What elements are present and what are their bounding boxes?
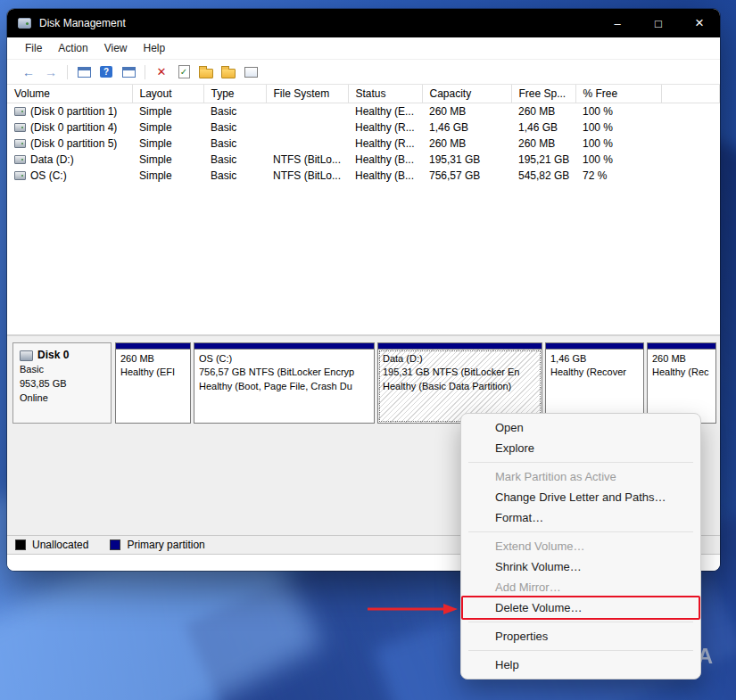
column-header-status[interactable]: Status [348, 85, 422, 103]
disk-icon [20, 350, 33, 361]
toolbar-separator [67, 65, 68, 79]
annotation-arrow [366, 601, 459, 617]
close-button[interactable]: × [679, 9, 720, 37]
partition-os-c[interactable]: OS (C:) 756,57 GB NTFS (BitLocker Encryp… [194, 342, 375, 424]
menu-bar: File Action View Help [7, 37, 720, 60]
toolbar-separator [145, 65, 145, 79]
console-window-icon[interactable] [120, 64, 136, 80]
window-title: Disk Management [39, 17, 126, 29]
menu-item-explore[interactable]: Explore [465, 438, 697, 458]
partition-data-d[interactable]: Data (D:) 195,31 GB NTFS (BitLocker En H… [377, 342, 542, 424]
volume-icon [14, 107, 26, 116]
menu-separator [468, 531, 693, 532]
disk-name: Disk 0 [37, 348, 69, 363]
volume-list-pane: Volume Layout Type File System Status Ca… [7, 85, 720, 334]
menu-action[interactable]: Action [50, 42, 95, 54]
volume-icon [14, 139, 26, 148]
column-header-volume[interactable]: Volume [7, 85, 132, 103]
column-header-file-system[interactable]: File System [266, 85, 348, 103]
delete-volume-icon[interactable]: ✕ [153, 64, 170, 80]
close-icon: × [695, 14, 704, 32]
column-header-free-space[interactable]: Free Sp... [511, 85, 575, 103]
menu-help[interactable]: Help [136, 42, 174, 54]
menu-file[interactable]: File [17, 42, 50, 54]
disk-status: Online [20, 391, 104, 406]
menu-separator [468, 622, 693, 622]
primary-partition-bar [546, 343, 643, 350]
help-icon[interactable]: ? [98, 64, 114, 80]
menu-view[interactable]: View [96, 42, 136, 54]
menu-separator [468, 462, 693, 463]
explore-folder-icon[interactable] [220, 64, 236, 80]
menu-item-add-mirror: Add Mirror… [465, 577, 697, 597]
unallocated-swatch [15, 539, 26, 550]
table-row[interactable]: OS (C:) SimpleBasicNTFS (BitLo... Health… [7, 168, 720, 184]
column-header-type[interactable]: Type [203, 85, 266, 103]
menu-item-format[interactable]: Format… [465, 507, 697, 528]
partition-strip: 260 MB Healthy (EFI OS (C:) 756,57 GB NT… [115, 342, 716, 424]
open-folder-icon[interactable] [198, 64, 214, 80]
forward-icon[interactable]: → [43, 64, 59, 80]
unallocated-label: Unallocated [32, 539, 88, 551]
maximize-icon: □ [655, 17, 662, 30]
console-tree-icon[interactable] [76, 64, 92, 80]
context-menu: Open Explore Mark Partition as Active Ch… [460, 413, 701, 679]
table-row[interactable]: (Disk 0 partition 4) SimpleBasic Healthy… [7, 119, 720, 136]
disk-0-panel[interactable]: Disk 0 Basic 953,85 GB Online [12, 342, 112, 424]
menu-item-change-drive-letter[interactable]: Change Drive Letter and Paths… [465, 487, 697, 507]
primary-partition-label: Primary partition [127, 539, 204, 551]
window-controls: – □ × [597, 9, 720, 37]
toolbar: ← → ? ✕ ✓ [7, 60, 720, 85]
fields-icon[interactable] [243, 64, 259, 80]
table-row[interactable]: (Disk 0 partition 1) SimpleBasic Healthy… [7, 103, 720, 119]
titlebar: Disk Management – □ × [7, 9, 720, 37]
column-header-pct-free[interactable]: % Free [575, 85, 661, 103]
disk-type: Basic [20, 363, 104, 377]
table-row[interactable]: (Disk 0 partition 5) SimpleBasic Healthy… [7, 136, 720, 152]
menu-item-extend-volume: Extend Volume… [465, 536, 697, 556]
menu-separator [468, 650, 693, 651]
desktop: Disk Management – □ × File Action View H… [0, 0, 736, 700]
primary-partition-swatch [110, 539, 120, 550]
volume-icon [14, 155, 26, 164]
volume-table: Volume Layout Type File System Status Ca… [7, 85, 720, 184]
partition-efi[interactable]: 260 MB Healthy (EFI [115, 342, 191, 424]
partition-recovery-2[interactable]: 260 MB Healthy (Rec [647, 342, 716, 424]
volume-icon [14, 171, 26, 180]
partition-recovery-1[interactable]: 1,46 GB Healthy (Recover [545, 342, 644, 424]
column-header-capacity[interactable]: Capacity [422, 85, 511, 103]
back-icon[interactable]: ← [21, 64, 37, 80]
table-header-row: Volume Layout Type File System Status Ca… [7, 85, 720, 103]
menu-item-help[interactable]: Help [465, 655, 697, 675]
table-row[interactable]: Data (D:) SimpleBasicNTFS (BitLo... Heal… [7, 152, 720, 168]
primary-partition-bar [116, 343, 190, 350]
primary-partition-bar [378, 343, 542, 350]
disk-size: 953,85 GB [20, 377, 104, 391]
minimize-button[interactable]: – [597, 9, 638, 37]
menu-item-open[interactable]: Open [465, 417, 697, 438]
menu-item-properties[interactable]: Properties [465, 626, 697, 646]
column-header-layout[interactable]: Layout [132, 85, 203, 103]
maximize-button[interactable]: □ [638, 9, 679, 37]
primary-partition-bar [648, 343, 715, 350]
column-header-filler [661, 85, 720, 103]
primary-partition-bar [194, 343, 374, 350]
mark-active-icon[interactable]: ✓ [176, 64, 192, 80]
disk-management-icon [18, 18, 31, 29]
volume-icon [14, 123, 26, 132]
menu-item-delete-volume[interactable]: Delete Volume… [465, 597, 697, 618]
menu-item-shrink-volume[interactable]: Shrink Volume… [465, 556, 697, 577]
menu-item-mark-partition-active: Mark Partition as Active [465, 466, 697, 487]
minimize-icon: – [614, 17, 620, 30]
